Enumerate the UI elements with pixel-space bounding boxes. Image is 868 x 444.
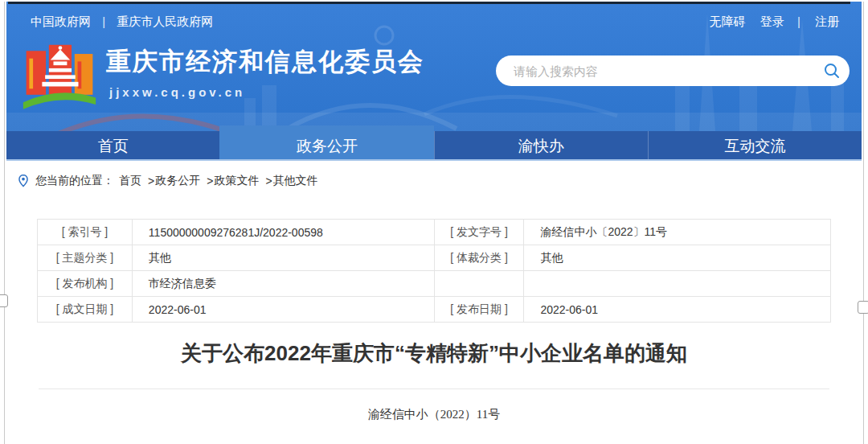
page-right-border: [863, 2, 864, 444]
nav-tab-interaction-label: 互动交流: [724, 138, 785, 154]
page-edge-handle-left: [0, 294, 8, 307]
meta-value-index-no: 11500000009276281J/2022-00598: [132, 220, 434, 245]
breadcrumb-item-gov-info[interactable]: 政务公开: [155, 174, 200, 188]
page: 中国政府网 | 重庆市人民政府网 无障碍 登录 | 注册: [0, 0, 868, 444]
link-register[interactable]: 注册: [815, 14, 839, 28]
site-logo-icon[interactable]: [21, 42, 98, 117]
meta-label-publish-date: [ 发布日期 ]: [434, 297, 524, 323]
table-row: [ 主题分类 ] 其他 [ 体裁分类 ] 其他: [38, 245, 831, 271]
page-left-border: [4, 2, 5, 444]
document-title: 关于公布2022年重庆市“专精特新”中小企业名单的通知: [0, 339, 868, 368]
breadcrumb-separator: >: [148, 175, 154, 187]
table-row: [ 成文日期 ] 2022-06-01 [ 发布日期 ] 2022-06-01: [38, 297, 831, 323]
location-pin-icon: [18, 174, 29, 188]
nav-tab-gov-info-label: 政务公开: [297, 138, 358, 154]
topbar-separator: |: [102, 14, 105, 28]
meta-label-index-no: [ 索引号 ]: [38, 220, 133, 245]
nav-tab-yukuaiban[interactable]: 渝快办: [434, 131, 648, 159]
breadcrumb-separator: >: [207, 175, 213, 187]
meta-value-subject-class: 其他: [132, 245, 434, 271]
link-cq-gov[interactable]: 重庆市人民政府网: [117, 14, 213, 28]
breadcrumb: 您当前的位置： 首页 > 政务公开 > 政策文件 > 其他文件: [6, 162, 862, 199]
window-top-edge: [8, 2, 850, 4]
topbar-left-links: 中国政府网 | 重庆市人民政府网: [31, 14, 213, 30]
nav-tab-home-label: 首页: [98, 138, 129, 154]
nav-tab-gov-info[interactable]: 政务公开: [219, 131, 433, 159]
link-login[interactable]: 登录: [760, 14, 784, 28]
table-row: [ 索引号 ] 11500000009276281J/2022-00598 [ …: [38, 220, 831, 245]
site-banner: 中国政府网 | 重庆市人民政府网 无障碍 登录 | 注册: [6, 2, 862, 131]
meta-label-empty: [434, 271, 524, 297]
meta-value-publish-date: 2022-06-01: [524, 297, 831, 323]
breadcrumb-prefix: 您当前的位置：: [35, 174, 114, 188]
table-row: [ 发布机构 ] 市经济信息委: [38, 271, 831, 297]
search-icon[interactable]: [814, 62, 850, 80]
page-edge-handle-right: [858, 301, 868, 314]
topbar-right-links: 无障碍 登录 | 注册: [698, 14, 839, 30]
meta-label-issuing-org: [ 发布机构 ]: [38, 271, 133, 297]
meta-value-issuing-org: 市经济信息委: [132, 271, 434, 297]
breadcrumb-item-other-files[interactable]: 其他文件: [273, 174, 318, 188]
site-branding: 重庆市经济和信息化委员会 jjxxw.cq.gov.cn: [106, 45, 424, 99]
title-divider: [39, 388, 829, 389]
link-accessibility[interactable]: 无障碍: [710, 14, 746, 28]
document-meta-table: [ 索引号 ] 11500000009276281J/2022-00598 [ …: [37, 219, 831, 323]
meta-label-subject-class: [ 主题分类 ]: [38, 245, 133, 271]
search-box: [496, 56, 850, 86]
nav-tab-yukuaiban-label: 渝快办: [518, 138, 564, 154]
search-input[interactable]: [496, 56, 814, 86]
nav-tab-interaction[interactable]: 互动交流: [648, 131, 862, 159]
main-nav: 首页 政务公开 渝快办 互动交流: [6, 131, 862, 161]
meta-label-doc-symbol: [ 发文字号 ]: [434, 220, 524, 245]
site-title[interactable]: 重庆市经济和信息化委员会: [106, 45, 424, 79]
nav-tab-home[interactable]: 首页: [6, 131, 219, 159]
link-china-gov[interactable]: 中国政府网: [31, 14, 91, 28]
site-url: jjxxw.cq.gov.cn: [109, 85, 424, 99]
meta-value-empty: [524, 271, 831, 297]
breadcrumb-item-home[interactable]: 首页: [119, 174, 141, 188]
document-number: 渝经信中小（2022）11号: [0, 407, 868, 422]
meta-label-genre-class: [ 体裁分类 ]: [434, 245, 524, 271]
meta-value-genre-class: 其他: [524, 245, 831, 271]
breadcrumb-item-policy-files[interactable]: 政策文件: [214, 174, 259, 188]
meta-label-written-date: [ 成文日期 ]: [38, 297, 133, 323]
breadcrumb-separator: >: [265, 175, 272, 187]
meta-value-written-date: 2022-06-01: [132, 297, 434, 323]
meta-value-doc-symbol: 渝经信中小〔2022〕11号: [524, 220, 831, 245]
topbar-separator: |: [797, 14, 800, 28]
